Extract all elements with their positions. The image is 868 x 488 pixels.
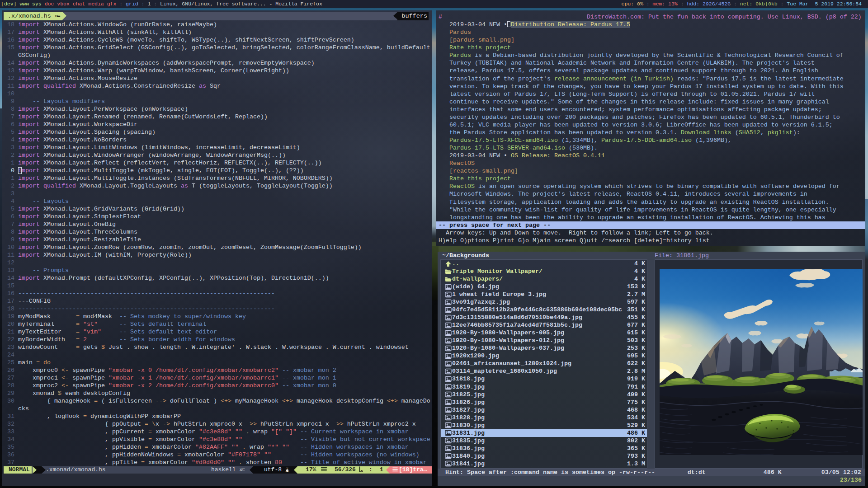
svg-text:N: N xyxy=(361,469,363,472)
